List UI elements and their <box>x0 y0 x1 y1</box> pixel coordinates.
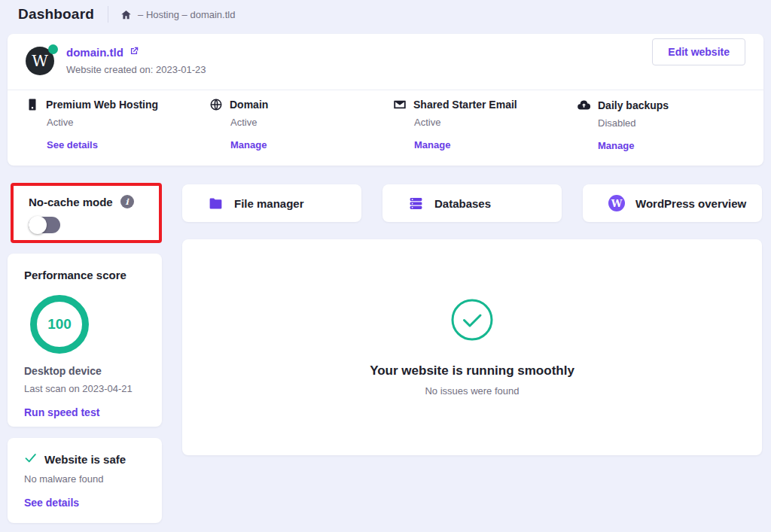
service-backups-link[interactable]: Manage <box>598 140 760 151</box>
performance-device: Desktop device <box>24 365 145 377</box>
status-subtitle: No issues were found <box>425 385 519 397</box>
performance-score-ring: 100 <box>30 295 89 354</box>
check-icon <box>24 451 37 467</box>
service-domain-link[interactable]: Manage <box>230 139 393 150</box>
databases-card[interactable]: Databases <box>382 184 562 222</box>
performance-last-scan: Last scan on 2023-04-21 <box>24 383 145 394</box>
website-safety-card: Website is safe No malware found See det… <box>8 438 162 523</box>
server-icon <box>26 98 39 111</box>
performance-score-value: 100 <box>47 316 72 333</box>
website-card: W domain.tld Website created on: 2023-01… <box>8 34 763 166</box>
wordpress-icon: W <box>608 195 625 211</box>
domain-name: domain.tld <box>66 46 123 59</box>
service-domain: Domain Active Manage <box>209 98 393 151</box>
home-icon[interactable] <box>120 9 132 20</box>
service-email: Shared Starter Email Active Manage <box>393 98 577 151</box>
card-divider <box>8 90 763 90</box>
service-status: Disabled <box>598 117 760 129</box>
performance-title: Performance score <box>24 269 145 281</box>
top-bar: Dashboard – Hosting – domain.tld <box>0 0 771 29</box>
service-email-header: Shared Starter Email <box>393 98 577 111</box>
domain-link[interactable]: domain.tld <box>66 46 206 59</box>
wordpress-overview-label: WordPress overview <box>635 197 746 210</box>
no-cache-header: No-cache mode i <box>29 195 159 208</box>
file-manager-label: File manager <box>234 197 304 210</box>
no-cache-label: No-cache mode <box>29 196 113 208</box>
info-icon[interactable]: i <box>120 195 134 208</box>
safety-title: Website is safe <box>44 453 126 466</box>
cloud-icon <box>577 98 591 112</box>
service-domain-header: Domain <box>209 98 393 111</box>
breadcrumb-text: – Hosting – domain.tld <box>138 9 235 20</box>
no-cache-toggle[interactable] <box>29 217 60 233</box>
performance-score-card: Performance score 100 Desktop device Las… <box>8 254 162 427</box>
wordpress-overview-card[interactable]: W WordPress overview <box>583 184 762 222</box>
service-name: Premium Web Hosting <box>46 99 158 111</box>
safety-see-details-link[interactable]: See details <box>24 497 145 509</box>
no-cache-mode-card: No-cache mode i <box>11 183 162 243</box>
service-status: Active <box>47 117 209 128</box>
service-status: Active <box>414 117 577 128</box>
run-speed-test-link[interactable]: Run speed test <box>24 406 145 418</box>
page-title: Dashboard <box>18 6 94 23</box>
status-title: Your website is running smoothly <box>370 363 574 378</box>
service-backups-header: Daily backups <box>577 98 760 112</box>
online-status-dot <box>48 44 58 54</box>
folder-icon <box>208 196 224 211</box>
file-manager-card[interactable]: File manager <box>182 184 361 222</box>
globe-icon <box>209 98 223 111</box>
website-created-date: Website created on: 2023-01-23 <box>66 64 206 75</box>
service-hosting-link[interactable]: See details <box>47 139 209 150</box>
safety-header: Website is safe <box>24 451 145 467</box>
service-hosting: Premium Web Hosting Active See details <box>26 98 209 151</box>
header-divider <box>108 6 108 23</box>
toggle-knob <box>29 216 47 234</box>
service-name: Domain <box>230 99 268 111</box>
databases-label: Databases <box>434 197 491 210</box>
service-hosting-header: Premium Web Hosting <box>26 98 209 111</box>
status-panel: Your website is running smoothly No issu… <box>182 239 762 455</box>
breadcrumb[interactable]: – Hosting – domain.tld <box>120 9 235 20</box>
website-info: domain.tld Website created on: 2023-01-2… <box>66 46 206 75</box>
edit-website-button[interactable]: Edit website <box>652 38 745 65</box>
services-row: Premium Web Hosting Active See details D… <box>26 98 760 151</box>
service-status: Active <box>230 117 393 128</box>
check-circle-icon <box>451 299 493 344</box>
website-row: W domain.tld Website created on: 2023-01… <box>8 34 763 75</box>
database-icon <box>408 196 424 211</box>
safety-subtitle: No malware found <box>24 473 145 485</box>
service-name: Shared Starter Email <box>413 99 517 111</box>
service-backups: Daily backups Disabled Manage <box>577 98 760 151</box>
external-link-icon <box>129 46 139 59</box>
service-name: Daily backups <box>598 99 669 111</box>
wordpress-logo: W <box>26 47 54 75</box>
wordpress-logo-letter: W <box>32 52 48 70</box>
service-email-link[interactable]: Manage <box>414 139 577 150</box>
wordpress-icon-letter: W <box>611 198 623 209</box>
mail-icon <box>393 98 407 111</box>
